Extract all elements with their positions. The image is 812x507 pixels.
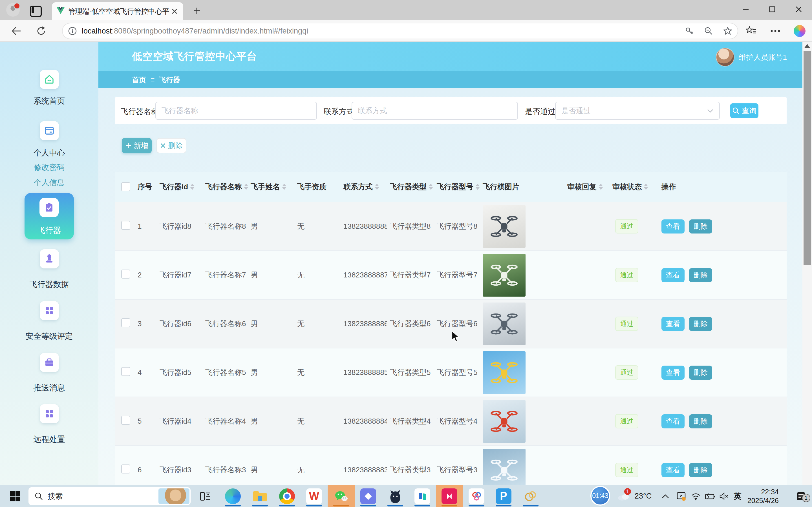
weather-icon[interactable]: 1	[615, 485, 631, 507]
start-button[interactable]	[7, 485, 24, 507]
task-view-button[interactable]	[197, 485, 214, 507]
favorites-bar-icon[interactable]	[744, 24, 758, 38]
copilot-icon[interactable]	[793, 24, 806, 38]
aircraft-image[interactable]	[483, 449, 525, 486]
address-bar[interactable]: localhost:8080/springboothoy487er/admin/…	[62, 23, 738, 39]
row-delete-button[interactable]: 删除	[689, 219, 712, 233]
contact-input[interactable]	[352, 102, 518, 120]
sidebar-item-aircraft-active[interactable]: 飞行器	[24, 193, 74, 239]
sort-icon[interactable]	[644, 184, 648, 190]
tray-chevron-up-icon[interactable]	[659, 485, 672, 507]
sidebar-item-change-password[interactable]: 修改密码	[0, 162, 98, 172]
row-delete-button[interactable]: 删除	[689, 365, 712, 380]
search-button[interactable]: 查询	[730, 103, 758, 118]
browser-scrollbar[interactable]	[802, 42, 812, 485]
refresh-icon[interactable]	[35, 24, 48, 38]
add-button[interactable]: 新增	[122, 138, 152, 153]
row-checkbox[interactable]	[121, 464, 130, 473]
view-button[interactable]: 查看	[661, 365, 684, 380]
view-button[interactable]: 查看	[661, 268, 684, 282]
delete-button[interactable]: 删除	[156, 138, 186, 153]
view-button[interactable]: 查看	[661, 463, 684, 477]
favorite-star-icon[interactable]	[723, 26, 732, 36]
search-highlight-image[interactable]	[158, 489, 190, 504]
ime-indicator[interactable]: 英	[731, 485, 744, 507]
sort-icon[interactable]	[282, 184, 286, 190]
col-review-status[interactable]: 审核状态	[610, 182, 659, 192]
taskbar-app-chrome[interactable]	[273, 485, 301, 507]
view-button[interactable]: 查看	[661, 414, 684, 429]
more-menu-icon[interactable]	[769, 24, 782, 38]
battery-icon[interactable]	[703, 485, 717, 507]
new-tab-button[interactable]	[191, 5, 202, 16]
site-info-icon[interactable]	[68, 26, 77, 36]
sort-icon[interactable]	[599, 184, 603, 190]
close-window-button[interactable]	[785, 0, 812, 18]
taskbar-app-pink-play[interactable]	[436, 485, 463, 507]
taskbar-app-p[interactable]: P	[490, 485, 517, 507]
aircraft-image[interactable]	[483, 302, 525, 345]
maximize-button[interactable]	[759, 0, 785, 18]
col-model[interactable]: 飞行器型号	[434, 182, 480, 192]
taskbar-app-edge[interactable]	[219, 485, 246, 507]
row-checkbox[interactable]	[121, 270, 130, 279]
workspaces-icon[interactable]	[30, 6, 42, 17]
account-menu[interactable]: 维护人员账号1	[716, 48, 787, 66]
sort-icon[interactable]	[244, 184, 248, 190]
col-name[interactable]: 飞行器名称	[202, 182, 248, 192]
row-delete-button[interactable]: 删除	[689, 317, 712, 331]
password-key-icon[interactable]	[684, 26, 694, 36]
row-delete-button[interactable]: 删除	[689, 414, 712, 429]
taskbar-search[interactable]: 搜索	[29, 487, 191, 505]
cast-icon[interactable]	[674, 485, 688, 507]
col-review-reply[interactable]: 审核回复	[564, 182, 610, 192]
back-icon[interactable]	[10, 24, 23, 38]
taskbar-app-explorer[interactable]	[246, 485, 273, 507]
col-phone[interactable]: 联系方式	[341, 182, 387, 192]
sort-icon[interactable]	[476, 184, 479, 190]
recorder-bubble[interactable]: 01:43	[591, 486, 610, 506]
browser-tab[interactable]: 管理端-低空空域飞行管控中心平台	[52, 2, 183, 20]
aircraft-image[interactable]	[483, 400, 525, 443]
breadcrumb-home[interactable]: 首页	[132, 75, 146, 84]
volume-muted-icon[interactable]	[717, 485, 731, 507]
row-checkbox[interactable]	[121, 318, 130, 327]
taskbar-app-cat[interactable]	[382, 485, 409, 507]
pass-select[interactable]: 是否通过	[555, 102, 720, 120]
scrollbar-thumb[interactable]	[804, 51, 811, 265]
minimize-button[interactable]	[732, 0, 759, 18]
row-delete-button[interactable]: 删除	[689, 268, 712, 282]
sort-icon[interactable]	[429, 184, 433, 190]
col-pilot-name[interactable]: 飞手姓名	[248, 182, 294, 192]
scrollbar-up-arrow-icon[interactable]	[804, 44, 810, 48]
taskbar-app-rings[interactable]	[517, 485, 544, 507]
zoom-out-icon[interactable]	[704, 26, 713, 36]
aircraft-name-input[interactable]	[155, 102, 317, 120]
taskbar-app-diamond[interactable]	[355, 485, 382, 507]
tab-close-icon[interactable]	[170, 7, 179, 15]
temperature-text[interactable]: 23°C	[633, 485, 653, 507]
tray-clock[interactable]: 22:34 2025/4/26	[748, 488, 779, 505]
taskbar-app-circles[interactable]	[463, 485, 490, 507]
view-button[interactable]: 查看	[661, 219, 684, 233]
sort-icon[interactable]	[190, 184, 194, 190]
sort-icon[interactable]	[375, 184, 379, 190]
aircraft-image[interactable]	[483, 254, 525, 297]
col-type[interactable]: 飞行器类型	[387, 182, 434, 192]
aircraft-image[interactable]	[483, 351, 525, 394]
aircraft-image[interactable]	[483, 205, 525, 248]
view-button[interactable]: 查看	[661, 317, 684, 331]
taskbar-app-teal[interactable]	[409, 485, 436, 507]
sidebar-item-personal-info[interactable]: 个人信息	[0, 177, 98, 187]
col-id[interactable]: 飞行器id	[157, 182, 202, 192]
row-checkbox[interactable]	[121, 416, 130, 425]
taskbar-app-wps[interactable]: W	[301, 485, 327, 507]
notification-center-button[interactable]: 1	[791, 485, 811, 507]
row-checkbox[interactable]	[121, 221, 130, 230]
wifi-icon[interactable]	[689, 485, 703, 507]
taskbar-app-wechat[interactable]	[327, 485, 355, 507]
select-all-checkbox[interactable]	[121, 182, 130, 191]
row-delete-button[interactable]: 删除	[689, 463, 712, 477]
browser-profile-button[interactable]	[6, 3, 20, 17]
row-checkbox[interactable]	[121, 367, 130, 376]
